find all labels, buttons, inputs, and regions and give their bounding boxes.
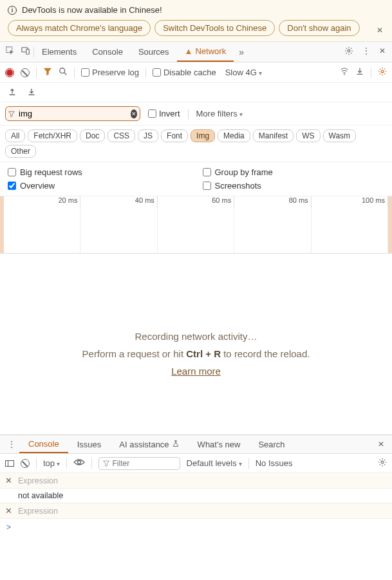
more-filters-dropdown[interactable]: More filters <box>196 109 243 118</box>
console-toolbar: top Default levels No Issues <box>0 454 392 473</box>
drawer-tabstrip: ⋮ Console Issues AI assistance What's ne… <box>0 435 392 454</box>
filter-input[interactable] <box>17 108 128 119</box>
overview-checkbox[interactable]: Overview <box>8 181 190 191</box>
group-by-frame-checkbox[interactable]: Group by frame <box>203 167 385 177</box>
network-conditions-icon[interactable] <box>340 67 349 78</box>
tab-console[interactable]: Console <box>84 42 131 62</box>
tab-network[interactable]: ▲ Network <box>177 42 234 62</box>
type-other[interactable]: Other <box>5 145 36 158</box>
timeline-body <box>0 208 392 253</box>
type-js[interactable]: JS <box>138 129 158 142</box>
divider <box>188 109 189 119</box>
import-har-icon[interactable] <box>355 67 364 78</box>
type-fetch-xhr[interactable]: Fetch/XHR <box>28 129 77 142</box>
console-filter-box[interactable] <box>98 457 180 470</box>
screenshots-checkbox[interactable]: Screenshots <box>203 181 385 191</box>
remove-expression-icon[interactable]: ✕ <box>5 506 13 516</box>
screenshots-label: Screenshots <box>215 181 261 191</box>
disable-cache-checkbox[interactable]: Disable cache <box>153 68 216 77</box>
overview-label: Overview <box>20 181 55 191</box>
drawer-tab-whatsnew[interactable]: What's new <box>189 435 250 453</box>
console-prompt[interactable]: > <box>0 519 392 536</box>
svg-point-3 <box>348 50 350 52</box>
keyboard-shortcut: Ctrl + R <box>186 348 221 359</box>
funnel-icon <box>8 109 15 118</box>
always-match-button[interactable]: Always match Chrome's language <box>8 20 151 36</box>
type-img[interactable]: Img <box>191 129 215 142</box>
type-font[interactable]: Font <box>161 129 188 142</box>
big-request-rows-checkbox[interactable]: Big request rows <box>8 167 190 177</box>
timeline-tick: 100 ms <box>312 196 388 208</box>
live-expression-icon[interactable] <box>73 458 85 468</box>
info-icon: i <box>8 6 17 15</box>
timeline-header: 20 ms 40 ms 60 ms 80 ms 100 ms <box>0 196 392 208</box>
learn-more-link[interactable]: Learn more <box>171 366 221 377</box>
throttling-select[interactable]: Slow 4G <box>223 68 265 77</box>
clear-filter-icon[interactable]: ✕ <box>131 109 137 118</box>
switch-language-button[interactable]: Switch DevTools to Chinese <box>154 20 275 36</box>
invert-checkbox[interactable]: Invert <box>148 109 180 118</box>
drawer-kebab-icon[interactable]: ⋮ <box>4 440 19 449</box>
main-tabstrip: Elements Console Sources ▲ Network ⋮ ✕ <box>0 42 392 62</box>
language-infobar: i DevTools is now available in Chinese! … <box>0 0 392 42</box>
empty-hint: Perform a request or hit Ctrl + R to rec… <box>13 348 379 359</box>
divider <box>36 458 37 469</box>
context-selector[interactable]: top <box>43 458 60 468</box>
log-levels-dropdown[interactable]: Default levels <box>187 458 242 468</box>
svg-line-5 <box>64 73 67 75</box>
divider <box>145 68 146 78</box>
download-icon[interactable] <box>27 87 36 98</box>
svg-point-4 <box>60 68 65 73</box>
drawer-tab-issues[interactable]: Issues <box>68 435 111 453</box>
drawer-tab-ai[interactable]: AI assistance <box>110 435 188 453</box>
clear-console-icon[interactable] <box>21 459 30 468</box>
clear-button[interactable] <box>21 68 30 77</box>
timeline-overview[interactable]: 20 ms 40 ms 60 ms 80 ms 100 ms <box>0 196 392 254</box>
divider <box>248 458 249 469</box>
type-all[interactable]: All <box>5 129 25 142</box>
network-settings-icon[interactable] <box>378 67 387 78</box>
more-tabs-icon[interactable] <box>234 47 249 57</box>
type-doc[interactable]: Doc <box>80 129 105 142</box>
prompt-chevron-icon: > <box>6 523 11 532</box>
svg-rect-2 <box>26 49 29 54</box>
disable-cache-label: Disable cache <box>163 68 216 77</box>
kebab-menu-icon[interactable]: ⋮ <box>362 46 370 57</box>
expression-placeholder[interactable]: Expression <box>18 476 387 485</box>
inspect-element-icon[interactable] <box>3 46 18 57</box>
type-media[interactable]: Media <box>218 129 250 142</box>
remove-expression-icon[interactable]: ✕ <box>5 476 13 485</box>
no-issues-label: No Issues <box>256 458 293 468</box>
flask-icon <box>172 440 180 449</box>
upload-icon[interactable] <box>8 87 17 98</box>
console-settings-icon[interactable] <box>378 458 387 469</box>
type-wasm[interactable]: Wasm <box>323 129 357 142</box>
console-filter-input[interactable] <box>113 459 176 468</box>
device-toolbar-icon[interactable] <box>18 46 33 57</box>
drawer-tab-console[interactable]: Console <box>19 435 68 453</box>
infobar-buttons: Always match Chrome's language Switch De… <box>8 20 384 36</box>
type-ws[interactable]: WS <box>296 129 320 142</box>
settings-gear-icon[interactable] <box>344 46 353 57</box>
timeline-drag-right[interactable] <box>388 196 392 208</box>
record-button[interactable] <box>5 68 14 77</box>
dont-show-again-button[interactable]: Don't show again <box>279 20 359 36</box>
header-right-icons: ⋮ ✕ <box>341 46 389 57</box>
drawer-close-icon[interactable]: ✕ <box>374 440 388 449</box>
close-devtools-icon[interactable]: ✕ <box>379 46 386 57</box>
preserve-log-checkbox[interactable]: Preserve log <box>81 68 139 77</box>
filter-row: ✕ Invert More filters <box>0 102 392 126</box>
type-manifest[interactable]: Manifest <box>253 129 294 142</box>
type-css[interactable]: CSS <box>107 129 135 142</box>
filter-input-wrap[interactable]: ✕ <box>5 106 140 121</box>
svg-point-7 <box>381 70 384 73</box>
tab-sources[interactable]: Sources <box>131 42 177 62</box>
search-icon[interactable] <box>59 67 68 78</box>
tab-elements[interactable]: Elements <box>34 42 84 62</box>
filter-toggle-icon[interactable] <box>43 67 52 78</box>
close-infobar-icon[interactable]: ✕ <box>377 26 383 35</box>
expression-placeholder[interactable]: Expression <box>18 507 387 516</box>
tab-network-label: Network <box>195 46 226 56</box>
sidebar-toggle-icon[interactable] <box>5 460 14 467</box>
drawer-tab-search[interactable]: Search <box>249 435 294 453</box>
